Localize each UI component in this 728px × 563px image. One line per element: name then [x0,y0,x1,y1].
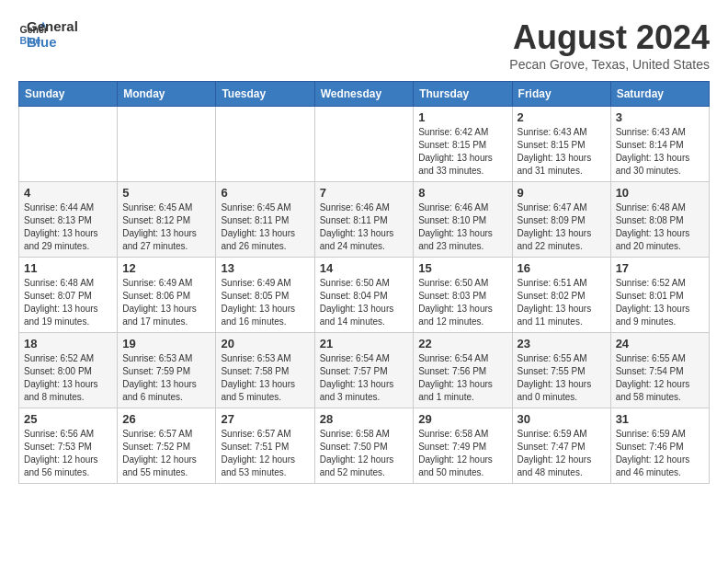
day-number: 27 [221,412,309,426]
day-info: Sunrise: 6:46 AM Sunset: 8:10 PM Dayligh… [418,201,506,253]
day-info: Sunrise: 6:42 AM Sunset: 8:15 PM Dayligh… [418,126,506,178]
calendar-cell: 18Sunrise: 6:52 AM Sunset: 8:00 PM Dayli… [19,333,118,408]
calendar-cell: 8Sunrise: 6:46 AM Sunset: 8:10 PM Daylig… [414,182,512,258]
calendar-cell: 26Sunrise: 6:57 AM Sunset: 7:52 PM Dayli… [118,408,216,484]
day-info: Sunrise: 6:43 AM Sunset: 8:14 PM Dayligh… [616,126,704,178]
calendar-cell [19,107,118,182]
calendar-cell: 7Sunrise: 6:46 AM Sunset: 8:11 PM Daylig… [314,182,414,258]
calendar-cell: 10Sunrise: 6:48 AM Sunset: 8:08 PM Dayli… [610,182,709,258]
day-number: 15 [418,261,506,275]
logo: General Blue General Blue [18,18,78,50]
calendar-cell: 2Sunrise: 6:43 AM Sunset: 8:15 PM Daylig… [512,107,610,182]
calendar-cell: 20Sunrise: 6:53 AM Sunset: 7:58 PM Dayli… [216,333,314,408]
day-number: 1 [418,110,506,124]
day-info: Sunrise: 6:59 AM Sunset: 7:46 PM Dayligh… [616,428,704,479]
day-info: Sunrise: 6:54 AM Sunset: 7:56 PM Dayligh… [418,352,506,404]
day-info: Sunrise: 6:46 AM Sunset: 8:11 PM Dayligh… [320,201,409,253]
day-number: 19 [122,337,210,350]
day-number: 13 [221,261,309,275]
day-info: Sunrise: 6:51 AM Sunset: 8:02 PM Dayligh… [518,277,606,328]
calendar-table: SundayMondayTuesdayWednesdayThursdayFrid… [18,81,710,484]
day-number: 29 [418,412,506,426]
day-number: 6 [221,186,309,200]
calendar-cell: 28Sunrise: 6:58 AM Sunset: 7:50 PM Dayli… [314,408,414,484]
day-info: Sunrise: 6:53 AM Sunset: 7:59 PM Dayligh… [122,352,210,404]
day-info: Sunrise: 6:55 AM Sunset: 7:55 PM Dayligh… [518,352,606,404]
day-number: 24 [616,337,704,350]
calendar-cell: 21Sunrise: 6:54 AM Sunset: 7:57 PM Dayli… [314,333,414,408]
day-info: Sunrise: 6:44 AM Sunset: 8:13 PM Dayligh… [24,201,112,253]
calendar-cell: 24Sunrise: 6:55 AM Sunset: 7:54 PM Dayli… [610,333,709,408]
day-number: 21 [320,337,409,350]
day-number: 11 [24,261,112,275]
day-info: Sunrise: 6:56 AM Sunset: 7:53 PM Dayligh… [24,428,112,479]
day-number: 31 [616,412,704,426]
weekday-header: Tuesday [216,82,314,107]
calendar-cell: 23Sunrise: 6:55 AM Sunset: 7:55 PM Dayli… [512,333,610,408]
weekday-header: Sunday [19,82,118,107]
weekday-header: Friday [512,82,610,107]
day-info: Sunrise: 6:48 AM Sunset: 8:08 PM Dayligh… [616,201,704,253]
calendar-cell: 31Sunrise: 6:59 AM Sunset: 7:46 PM Dayli… [610,408,709,484]
day-number: 9 [518,186,606,200]
calendar-cell: 30Sunrise: 6:59 AM Sunset: 7:47 PM Dayli… [512,408,610,484]
day-info: Sunrise: 6:48 AM Sunset: 8:07 PM Dayligh… [24,277,112,328]
calendar-cell [216,107,314,182]
day-number: 28 [320,412,409,426]
title-section: August 2024 Pecan Grove, Texas, United S… [509,18,710,72]
calendar-week-row: 18Sunrise: 6:52 AM Sunset: 8:00 PM Dayli… [19,333,710,408]
day-number: 2 [518,110,606,124]
day-info: Sunrise: 6:47 AM Sunset: 8:09 PM Dayligh… [518,201,606,253]
day-number: 26 [122,412,210,426]
day-number: 7 [320,186,409,200]
day-info: Sunrise: 6:53 AM Sunset: 7:58 PM Dayligh… [221,352,309,404]
day-number: 23 [518,337,606,350]
calendar-week-row: 25Sunrise: 6:56 AM Sunset: 7:53 PM Dayli… [19,408,710,484]
day-info: Sunrise: 6:52 AM Sunset: 8:00 PM Dayligh… [24,352,112,404]
day-number: 8 [418,186,506,200]
day-number: 25 [24,412,112,426]
calendar-week-row: 11Sunrise: 6:48 AM Sunset: 8:07 PM Dayli… [19,258,710,333]
day-number: 17 [616,261,704,275]
calendar-cell: 22Sunrise: 6:54 AM Sunset: 7:56 PM Dayli… [414,333,512,408]
calendar-cell: 4Sunrise: 6:44 AM Sunset: 8:13 PM Daylig… [19,182,118,258]
calendar-header-row: SundayMondayTuesdayWednesdayThursdayFrid… [19,82,710,107]
day-info: Sunrise: 6:58 AM Sunset: 7:50 PM Dayligh… [320,428,409,479]
weekday-header: Saturday [610,82,709,107]
calendar-cell: 15Sunrise: 6:50 AM Sunset: 8:03 PM Dayli… [414,258,512,333]
calendar-cell: 1Sunrise: 6:42 AM Sunset: 8:15 PM Daylig… [414,107,512,182]
calendar-cell: 6Sunrise: 6:45 AM Sunset: 8:11 PM Daylig… [216,182,314,258]
day-number: 4 [24,186,112,200]
calendar-cell: 5Sunrise: 6:45 AM Sunset: 8:12 PM Daylig… [118,182,216,258]
calendar-week-row: 4Sunrise: 6:44 AM Sunset: 8:13 PM Daylig… [19,182,710,258]
calendar-cell: 29Sunrise: 6:58 AM Sunset: 7:49 PM Dayli… [414,408,512,484]
day-info: Sunrise: 6:59 AM Sunset: 7:47 PM Dayligh… [518,428,606,479]
day-number: 18 [24,337,112,350]
calendar-cell: 14Sunrise: 6:50 AM Sunset: 8:04 PM Dayli… [314,258,414,333]
day-info: Sunrise: 6:58 AM Sunset: 7:49 PM Dayligh… [418,428,506,479]
day-number: 3 [616,110,704,124]
day-info: Sunrise: 6:57 AM Sunset: 7:52 PM Dayligh… [122,428,210,479]
day-info: Sunrise: 6:50 AM Sunset: 8:03 PM Dayligh… [418,277,506,328]
calendar-cell: 12Sunrise: 6:49 AM Sunset: 8:06 PM Dayli… [118,258,216,333]
calendar-cell [118,107,216,182]
calendar-cell: 9Sunrise: 6:47 AM Sunset: 8:09 PM Daylig… [512,182,610,258]
calendar-cell: 16Sunrise: 6:51 AM Sunset: 8:02 PM Dayli… [512,258,610,333]
calendar-cell: 11Sunrise: 6:48 AM Sunset: 8:07 PM Dayli… [19,258,118,333]
day-info: Sunrise: 6:55 AM Sunset: 7:54 PM Dayligh… [616,352,704,404]
day-info: Sunrise: 6:45 AM Sunset: 8:11 PM Dayligh… [221,201,309,253]
day-number: 12 [122,261,210,275]
header: General Blue General Blue August 2024 Pe… [18,18,710,72]
calendar-cell [314,107,414,182]
calendar-cell: 17Sunrise: 6:52 AM Sunset: 8:01 PM Dayli… [610,258,709,333]
calendar-week-row: 1Sunrise: 6:42 AM Sunset: 8:15 PM Daylig… [19,107,710,182]
day-info: Sunrise: 6:49 AM Sunset: 8:05 PM Dayligh… [221,277,309,328]
day-number: 14 [320,261,409,275]
day-info: Sunrise: 6:49 AM Sunset: 8:06 PM Dayligh… [122,277,210,328]
calendar-cell: 19Sunrise: 6:53 AM Sunset: 7:59 PM Dayli… [118,333,216,408]
day-number: 22 [418,337,506,350]
calendar-cell: 27Sunrise: 6:57 AM Sunset: 7:51 PM Dayli… [216,408,314,484]
logo-line2: Blue [27,34,78,50]
day-number: 30 [518,412,606,426]
calendar-body: 1Sunrise: 6:42 AM Sunset: 8:15 PM Daylig… [19,107,710,484]
